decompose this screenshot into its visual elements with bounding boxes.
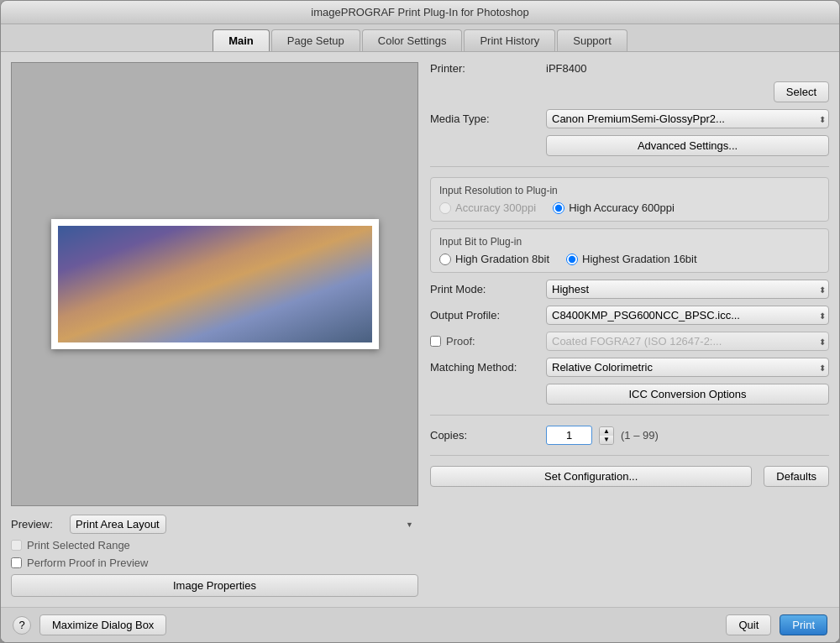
media-type-select[interactable]: Canon PremiumSemi-GlossyPpr2...: [546, 109, 829, 128]
high-accuracy-600-label: High Accuracy 600ppi: [569, 201, 675, 214]
icc-conversion-button[interactable]: ICC Conversion Options: [546, 384, 829, 405]
perform-proof-row: Perform Proof in Preview: [11, 557, 418, 569]
high-gradation-8bit-option[interactable]: High Gradation 8bit: [439, 253, 549, 265]
accuracy-300-label: Accuracy 300ppi: [455, 201, 536, 214]
copies-input[interactable]: [546, 426, 592, 445]
print-button[interactable]: Print: [780, 614, 827, 635]
accuracy-300-radio[interactable]: [439, 202, 451, 214]
proof-select-wrapper: Coated FOGRA27 (ISO 12647-2:...: [546, 332, 829, 351]
set-configuration-button[interactable]: Set Configuration...: [430, 466, 752, 487]
copies-spinner: ▲ ▼: [599, 426, 614, 445]
high-gradation-8bit-radio[interactable]: [439, 254, 451, 265]
main-content: CUSTOM PRINTER PROFILE Preview: Print Ar…: [1, 52, 839, 607]
media-type-select-wrapper: Canon PremiumSemi-GlossyPpr2...: [546, 109, 829, 128]
maximize-dialog-button[interactable]: Maximize Dialog Box: [39, 614, 166, 635]
output-profile-label: Output Profile:: [430, 309, 539, 322]
print-mode-select[interactable]: Highest: [546, 280, 829, 299]
accuracy-300-option[interactable]: Accuracy 300ppi: [439, 201, 536, 214]
input-resolution-section: Input Resolution to Plug-in Accuracy 300…: [430, 177, 829, 222]
proof-label: Proof:: [446, 335, 488, 348]
print-selected-range-checkbox[interactable]: [11, 540, 22, 551]
proof-label-group: Proof:: [430, 335, 539, 348]
printer-row: Printer: iPF8400: [430, 62, 829, 75]
preview-label: Preview:: [11, 518, 61, 531]
preview-controls: Preview: Print Area Layout Print Selecte…: [11, 515, 418, 597]
copies-up-button[interactable]: ▲: [600, 427, 613, 436]
preview-area: CUSTOM PRINTER PROFILE: [11, 62, 418, 506]
tab-color-settings[interactable]: Color Settings: [362, 29, 463, 51]
select-row: Select: [430, 81, 829, 102]
divider-2: [430, 415, 829, 416]
input-resolution-title: Input Resolution to Plug-in: [439, 185, 820, 196]
left-panel: CUSTOM PRINTER PROFILE Preview: Print Ar…: [11, 62, 418, 597]
input-bit-title: Input Bit to Plug-in: [439, 236, 820, 248]
tab-support[interactable]: Support: [557, 29, 627, 51]
image-frame-inner: [58, 226, 372, 342]
icc-conversion-row: ICC Conversion Options: [430, 384, 829, 405]
input-bit-radio-group: High Gradation 8bit Highest Gradation 16…: [439, 253, 820, 265]
highest-gradation-16bit-radio[interactable]: [566, 254, 578, 265]
divider-3: [430, 455, 829, 456]
perform-proof-label: Perform Proof in Preview: [27, 557, 149, 569]
image-properties-button[interactable]: Image Properties: [11, 574, 418, 597]
copies-range: (1 – 99): [621, 429, 659, 442]
print-mode-label: Print Mode:: [430, 283, 539, 295]
divider-1: [430, 166, 829, 167]
quit-button[interactable]: Quit: [726, 614, 771, 635]
help-icon: ?: [18, 619, 24, 631]
preview-select[interactable]: Print Area Layout: [70, 515, 166, 534]
matching-method-row: Matching Method: Relative Colorimetric: [430, 358, 829, 377]
title-bar: imagePROGRAF Print Plug-In for Photoshop: [1, 1, 839, 24]
tab-page-setup[interactable]: Page Setup: [271, 29, 360, 51]
input-resolution-radio-group: Accuracy 300ppi High Accuracy 600ppi: [439, 201, 820, 214]
advanced-settings-button[interactable]: Advanced Settings...: [546, 135, 829, 156]
proof-checkbox[interactable]: [430, 336, 441, 347]
print-selected-range-row: Print Selected Range: [11, 539, 418, 552]
title-text: imagePROGRAF Print Plug-In for Photoshop: [311, 6, 528, 18]
print-mode-row: Print Mode: Highest: [430, 280, 829, 299]
advanced-settings-row: Advanced Settings...: [430, 135, 829, 156]
highest-gradation-16bit-option[interactable]: Highest Gradation 16bit: [566, 253, 697, 265]
media-type-row: Media Type: Canon PremiumSemi-GlossyPpr2…: [430, 109, 829, 128]
defaults-button[interactable]: Defaults: [764, 466, 829, 487]
proof-row: Proof: Coated FOGRA27 (ISO 12647-2:...: [430, 332, 829, 351]
main-dialog: imagePROGRAF Print Plug-In for Photoshop…: [0, 0, 840, 643]
preview-select-wrapper: Print Area Layout: [70, 515, 418, 534]
perform-proof-checkbox[interactable]: [11, 557, 22, 568]
right-panel: Printer: iPF8400 Select Media Type: Cano…: [430, 62, 829, 597]
matching-method-label: Matching Method:: [430, 361, 539, 374]
high-accuracy-600-option[interactable]: High Accuracy 600ppi: [553, 201, 675, 214]
bottom-bar: ? Maximize Dialog Box Quit Print: [1, 607, 839, 642]
highest-gradation-16bit-label: Highest Gradation 16bit: [582, 253, 697, 265]
tab-print-history[interactable]: Print History: [464, 29, 555, 51]
help-button[interactable]: ?: [13, 616, 31, 635]
select-button[interactable]: Select: [774, 81, 829, 102]
output-profile-select-wrapper: C8400KMP_PSG600NCC_BPSC.icc...: [546, 306, 829, 325]
tab-bar: Main Page Setup Color Settings Print His…: [1, 24, 839, 52]
preview-row: Preview: Print Area Layout: [11, 515, 418, 534]
proof-select[interactable]: Coated FOGRA27 (ISO 12647-2:...: [546, 332, 829, 351]
input-bit-section: Input Bit to Plug-in High Gradation 8bit…: [430, 228, 829, 273]
copies-row: Copies: ▲ ▼ (1 – 99): [430, 426, 829, 445]
matching-method-select[interactable]: Relative Colorimetric: [546, 358, 829, 377]
printer-value: iPF8400: [546, 62, 586, 75]
output-profile-select[interactable]: C8400KMP_PSG600NCC_BPSC.icc...: [546, 306, 829, 325]
printer-label: Printer:: [430, 62, 539, 75]
matching-method-select-wrapper: Relative Colorimetric: [546, 358, 829, 377]
tab-main[interactable]: Main: [213, 29, 270, 51]
high-gradation-8bit-label: High Gradation 8bit: [455, 253, 549, 265]
print-selected-range-label: Print Selected Range: [27, 539, 130, 552]
high-accuracy-600-radio[interactable]: [553, 202, 564, 214]
print-mode-select-wrapper: Highest: [546, 280, 829, 299]
image-frame: [51, 219, 379, 349]
config-defaults-row: Set Configuration... Defaults: [430, 466, 829, 487]
copies-label: Copies:: [430, 429, 539, 442]
output-profile-row: Output Profile: C8400KMP_PSG600NCC_BPSC.…: [430, 306, 829, 325]
media-type-label: Media Type:: [430, 112, 539, 125]
copies-down-button[interactable]: ▼: [600, 436, 613, 444]
